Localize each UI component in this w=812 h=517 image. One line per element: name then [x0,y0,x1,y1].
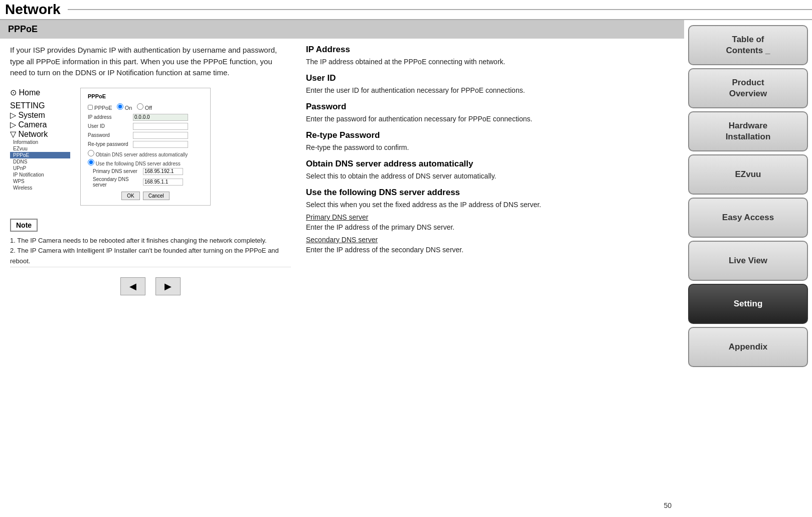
mockup-retype-label: Re-type password [88,141,133,147]
mockup-password-label: Password [88,132,133,138]
mockup-retype-input[interactable] [133,141,188,148]
mockup-cancel-button[interactable]: Cancel [143,192,170,200]
nav-btn-appendix[interactable]: Appendix [688,327,808,367]
nav-btn-ezvuu[interactable]: EZvuu [688,154,808,195]
submenu-info: Information [10,139,70,145]
prev-arrow[interactable]: ◀ [120,277,145,295]
right-column: IP Address The IP address obtained at th… [296,45,679,517]
nav-btn-easy-access[interactable]: Easy Access [688,198,808,238]
mockup-buttons: OK Cancel [88,192,203,200]
mockup-secondary-input[interactable]: 168.95.1.1 [143,179,183,186]
ip-address-desc: The IP address obtained at the PPPoE con… [306,57,669,67]
password-heading: Password [306,102,669,112]
mockup-pppoe-box: PPPoE PPPoE On Off IP address 0.0.0.0 Us… [80,88,211,206]
content-area: PPPoE If your ISP provides Dynamic IP wi… [0,20,684,517]
submenu-ezvuu: EZvuu [10,145,70,152]
mockup-secondary-row: Secondary DNS server 168.95.1.1 [88,177,203,188]
use-heading: Use the following DNS server address [306,188,669,198]
mockup-submenu: Information EZvuu PPPoE DDNS UPnP IP Not… [10,139,70,191]
mockup-network: ▽ Network [10,129,70,139]
note-item-2: 2. The IP Camera with Intelligent IP Ins… [10,246,291,267]
mockup-retype-row: Re-type password [88,141,203,148]
mockup-ip-label: IP address [88,114,133,120]
nav-btn-product-overview[interactable]: Product Overview [688,68,808,108]
nav-btn-toc[interactable]: Table of Contents _ [688,25,808,65]
primary-underline: Primary DNS server [306,213,669,221]
submenu-ipnotification: IP Notification [10,171,70,178]
note-section: Note 1. The IP Camera needs to be reboot… [10,214,291,267]
submenu-pppoe: PPPoE [10,152,70,158]
mockup-ip-row: IP address 0.0.0.0 [88,114,203,121]
mockup-userid-label: User ID [88,123,133,129]
retype-desc: Re-type the password to confirm. [306,142,669,153]
nav-btn-hardware[interactable]: Hardware Installation [688,111,808,151]
dns-manual-radio[interactable] [88,159,94,165]
nav-btn-live-view[interactable]: Live View [688,241,808,281]
submenu-wps: WPS [10,178,70,185]
nav-btn-setting[interactable]: Setting [688,284,808,324]
mockup-pppoe-title: PPPoE [88,93,203,99]
mockup-setting-label: SETTING [10,101,70,110]
mockup-primary-row: Primary DNS server 168.95.192.1 [88,168,203,175]
submenu-upnp: UPnP [10,165,70,171]
retype-heading: Re-type Password [306,130,669,140]
note-label: Note [10,219,38,232]
ui-mockup: ⊙ Home SETTING ▷ System ▷ Camera ▽ Netwo… [10,88,291,206]
two-col-layout: If your ISP provides Dynamic IP with aut… [0,45,684,517]
ip-address-heading: IP Address [306,45,669,55]
pppoe-off-radio[interactable] [137,103,143,110]
user-id-heading: User ID [306,73,669,83]
submenu-ddns: DDNS [10,158,70,165]
left-column: If your ISP provides Dynamic IP with aut… [5,45,296,517]
next-arrow[interactable]: ▶ [155,277,181,295]
mockup-camera: ▷ Camera [10,120,70,129]
page-header: Network [0,0,812,20]
obtain-heading: Obtain DNS server address automatically [306,159,669,169]
submenu-wireless: Wireless [10,185,70,191]
mockup-userid-input[interactable] [133,123,188,130]
pppoe-description: If your ISP provides Dynamic IP with aut… [10,45,291,79]
pppoe-checkbox[interactable] [88,105,93,110]
obtain-desc: Select this to obtain the address of DNS… [306,171,669,182]
sidebar-navigation: Table of Contents _ Product Overview Har… [684,20,812,517]
mockup-home: ⊙ Home [10,88,70,97]
dns-auto-radio[interactable] [88,150,94,156]
mockup-radio-pppoe: PPPoE On Off [88,103,203,111]
password-desc: Enter the password for authentication ne… [306,114,669,124]
page-number: 50 [664,501,672,509]
pppoe-on-label: On [125,105,132,111]
main-layout: PPPoE If your ISP provides Dynamic IP wi… [0,20,812,517]
mockup-nav: ⊙ Home SETTING ▷ System ▷ Camera ▽ Netwo… [10,88,70,206]
primary-desc: Enter the IP address of the primary DNS … [306,222,669,233]
page-title: Network [5,2,60,18]
note-item-1: 1. The IP Camera needs to be rebooted af… [10,236,291,246]
mockup-radio-auto: Obtain DNS server address automatically [88,150,203,157]
pppoe-off-label: Off [145,105,152,111]
pppoe-on-radio[interactable] [117,103,123,110]
user-id-desc: Enter the user ID for authentication nec… [306,85,669,96]
header-divider [68,9,812,10]
mockup-ip-input[interactable]: 0.0.0.0 [133,114,188,121]
mockup-primary-input[interactable]: 168.95.192.1 [143,168,183,175]
secondary-desc: Enter the IP address of the secondary DN… [306,245,669,255]
use-desc: Select this when you set the fixed addre… [306,200,669,210]
mockup-password-input[interactable] [133,132,188,139]
mockup-radio-manual: Use the following DNS server address [88,159,203,166]
mockup-primary-label: Primary DNS server [93,168,143,174]
mockup-userid-row: User ID [88,123,203,130]
mockup-ok-button[interactable]: OK [121,192,139,200]
section-header: PPPoE [0,20,684,39]
secondary-underline: Secondary DNS server [306,236,669,244]
mockup-system: ▷ System [10,110,70,120]
bottom-nav: ◀ ▶ [10,267,291,300]
mockup-secondary-label: Secondary DNS server [93,177,143,188]
mockup-password-row: Password [88,132,203,139]
